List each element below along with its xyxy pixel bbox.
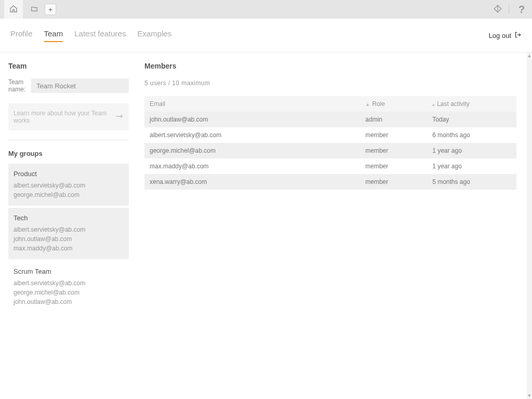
cell-activity: 1 year ago <box>427 158 516 174</box>
sidebar-divider <box>8 140 129 140</box>
group-name: Tech <box>14 214 124 222</box>
groups-heading: My groups <box>8 150 129 157</box>
cell-activity: Today <box>427 112 516 127</box>
new-tab-button[interactable]: + <box>45 4 56 15</box>
cell-role: member <box>360 174 427 190</box>
group-member: john.outlaw@ab.com <box>14 297 124 307</box>
group-member: albert.servietsky@ab.com <box>14 278 124 288</box>
team-name-label: Team name: <box>8 78 27 93</box>
scrollbar[interactable]: ▲ ▼ <box>527 52 532 399</box>
tab-examples[interactable]: Examples <box>137 29 171 42</box>
plus-icon: + <box>48 6 52 14</box>
folder-button[interactable] <box>27 2 42 17</box>
logout-icon <box>514 31 522 40</box>
cell-email: xena.warry@ab.com <box>144 174 360 190</box>
scroll-down-icon[interactable]: ▼ <box>527 393 531 398</box>
sort-neutral-icon: ▴ <box>432 102 435 107</box>
cell-role: member <box>360 143 427 158</box>
cell-email: george.michel@ab.com <box>144 143 360 158</box>
cell-activity: 1 year ago <box>427 143 516 158</box>
diamond-icon[interactable] <box>493 4 502 15</box>
group-item[interactable]: Scrum Teamalbert.servietsky@ab.comgeorge… <box>8 261 129 313</box>
cell-activity: 6 months ago <box>427 127 516 143</box>
tab-team[interactable]: Team <box>44 29 63 42</box>
table-row[interactable]: george.michel@ab.commember1 year ago <box>144 143 516 158</box>
group-member: george.michel@ab.com <box>14 288 124 297</box>
team-heading: Team <box>8 62 129 70</box>
cell-role: member <box>360 127 427 143</box>
cell-activity: 5 months ago <box>427 174 516 190</box>
cell-role: member <box>360 158 427 174</box>
help-icon: ? <box>518 4 525 16</box>
group-member: albert.servietsky@ab.com <box>14 225 124 234</box>
group-member: max.maddy@ab.com <box>14 244 124 253</box>
group-name: Product <box>14 170 124 178</box>
group-member: john.outlaw@ab.com <box>14 234 124 244</box>
groups-list: Productalbert.servietsky@ab.comgeorge.mi… <box>8 164 129 313</box>
team-name-input[interactable] <box>31 78 129 93</box>
tab-profile[interactable]: Profile <box>10 29 33 42</box>
table-row[interactable]: john.outlaw@ab.comadminToday <box>144 112 516 127</box>
home-icon <box>9 5 18 15</box>
topbar-divider <box>509 5 509 14</box>
nav-row: ProfileTeamLatest featuresExamples Log o… <box>0 19 532 52</box>
group-name: Scrum Team <box>14 268 124 275</box>
logout-button[interactable]: Log out <box>489 31 522 40</box>
members-heading: Members <box>144 62 516 70</box>
tab-latest-features[interactable]: Latest features <box>74 29 126 42</box>
sidebar: Team Team name: Learn more about how you… <box>0 52 135 399</box>
logout-label: Log out <box>489 32 511 39</box>
sort-asc-icon: ▲ <box>365 102 370 107</box>
cell-email: albert.servietsky@ab.com <box>144 127 360 143</box>
group-item[interactable]: Techalbert.servietsky@ab.comjohn.outlaw@… <box>8 208 129 259</box>
arrow-right-icon <box>115 113 124 121</box>
group-member: george.michel@ab.com <box>14 190 124 200</box>
group-item[interactable]: Productalbert.servietsky@ab.comgeorge.mi… <box>8 164 129 206</box>
folder-icon <box>30 5 38 14</box>
nav-tabs: ProfileTeamLatest featuresExamples <box>10 29 489 42</box>
table-row[interactable]: max.maddy@ab.commember1 year ago <box>144 158 516 174</box>
main: Team Team name: Learn more about how you… <box>0 52 532 399</box>
topbar: + ? <box>0 0 532 19</box>
cell-role: admin <box>360 112 427 127</box>
members-table: Email ▲Role ▴Last activity john.outlaw@a… <box>144 96 516 190</box>
column-activity-header[interactable]: ▴Last activity <box>427 96 516 112</box>
learn-more-button[interactable]: Learn more about how your Team works <box>8 103 129 130</box>
cell-email: john.outlaw@ab.com <box>144 112 360 127</box>
column-role-header[interactable]: ▲Role <box>360 96 427 112</box>
members-count: 5 users / 10 maximum <box>144 79 516 87</box>
cell-email: max.maddy@ab.com <box>144 158 360 174</box>
table-row[interactable]: albert.servietsky@ab.commember6 months a… <box>144 127 516 143</box>
column-email-header[interactable]: Email <box>144 96 360 112</box>
scroll-up-icon[interactable]: ▲ <box>527 54 531 58</box>
content: Members 5 users / 10 maximum Email ▲Role… <box>135 52 532 399</box>
table-row[interactable]: xena.warry@ab.commember5 months ago <box>144 174 516 190</box>
group-member: albert.servietsky@ab.com <box>14 181 124 190</box>
help-button[interactable]: ? <box>515 3 528 16</box>
home-button[interactable] <box>4 0 23 19</box>
learn-more-label: Learn more about how your Team works <box>14 110 115 124</box>
